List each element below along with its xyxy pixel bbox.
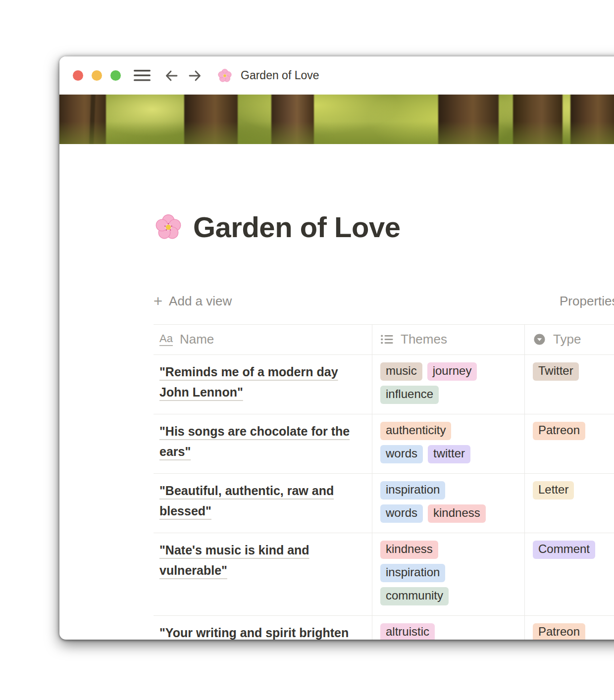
back-arrow-icon[interactable] — [164, 68, 179, 83]
type-tag[interactable]: Comment — [533, 541, 595, 559]
themes-cell[interactable]: altruisticloving nate — [372, 616, 525, 640]
theme-tag-line: inspiration — [380, 564, 520, 582]
name-cell[interactable]: "Nate's music is kind and vulnerable" — [154, 533, 372, 615]
forward-arrow-icon[interactable] — [187, 68, 202, 83]
themes-cell[interactable]: inspirationwordskindness — [372, 474, 525, 533]
table-row: "Beautiful, authentic, raw and blessed"i… — [154, 474, 614, 533]
name-cell[interactable]: "Reminds me of a modern day John Lennon" — [154, 355, 372, 414]
row-name-text: "Reminds me of a modern day John Lennon" — [159, 365, 338, 399]
page-title[interactable]: Garden of Love — [193, 211, 400, 243]
row-name-text: "Your writing and spirit brighten up my … — [159, 626, 349, 640]
column-header-name[interactable]: Aa Name — [154, 325, 372, 354]
theme-tag-line: musicjourney — [380, 362, 520, 381]
theme-tag[interactable]: altruistic — [380, 623, 435, 640]
menu-icon[interactable] — [134, 69, 151, 82]
column-header-themes[interactable]: Themes — [372, 325, 525, 354]
theme-tag[interactable]: words — [380, 445, 423, 463]
cover-image — [59, 95, 614, 144]
theme-tag-line: wordskindness — [380, 504, 520, 523]
theme-tag[interactable]: journey — [427, 362, 477, 381]
name-cell[interactable]: "His songs are chocolate for the ears" — [154, 414, 372, 473]
theme-tag[interactable]: music — [380, 362, 422, 381]
table-body: "Reminds me of a modern day John Lennon"… — [154, 355, 614, 640]
table-header-row: Aa Name Themes Type — [154, 324, 614, 355]
page-header: Garden of Love — [154, 192, 614, 262]
table-row: "Nate's music is kind and vulnerable"kin… — [154, 533, 614, 616]
type-cell[interactable]: Patreon — [525, 616, 614, 640]
type-cell[interactable]: Comment — [525, 533, 614, 615]
theme-tag[interactable]: kindness — [380, 541, 438, 559]
theme-tag-line: altruistic — [380, 623, 520, 640]
add-view-label: Add a view — [169, 294, 232, 309]
window-title: Garden of Love — [241, 69, 319, 82]
list-property-icon — [380, 333, 394, 346]
type-tag[interactable]: Patreon — [533, 422, 585, 440]
select-property-icon — [533, 333, 546, 346]
type-cell[interactable]: Twitter — [525, 355, 614, 414]
traffic-lights — [73, 70, 121, 81]
theme-tag-line: community — [380, 587, 520, 605]
type-tag[interactable]: Letter — [533, 481, 574, 500]
row-name-text: "Beautiful, authentic, raw and blessed" — [159, 484, 334, 518]
themes-cell[interactable]: musicjourneyinfluence — [372, 355, 525, 414]
name-cell[interactable]: "Beautiful, authentic, raw and blessed" — [154, 474, 372, 533]
theme-tag-line: authenticity — [380, 422, 520, 440]
zoom-button[interactable] — [110, 70, 121, 81]
row-name-text: "His songs are chocolate for the ears" — [159, 424, 350, 458]
minimize-button[interactable] — [92, 70, 102, 81]
text-property-icon: Aa — [159, 333, 173, 346]
cherry-blossom-icon — [217, 68, 233, 84]
themes-cell[interactable]: kindnessinspirationcommunity — [372, 533, 525, 615]
theme-tag[interactable]: twitter — [428, 445, 470, 463]
theme-tag[interactable]: inspiration — [380, 564, 445, 582]
type-tag[interactable]: Patreon — [533, 623, 585, 640]
theme-tag-line: inspiration — [380, 481, 520, 500]
theme-tag[interactable]: authenticity — [380, 422, 451, 440]
view-toolbar: + Add a view Properties — [154, 291, 614, 312]
plus-icon: + — [154, 295, 162, 308]
moss-ground — [59, 121, 614, 144]
column-label: Themes — [401, 332, 447, 347]
type-tag[interactable]: Twitter — [533, 362, 579, 381]
properties-button[interactable]: Properties — [560, 294, 614, 309]
table-row: "Your writing and spirit brighten up my … — [154, 616, 614, 640]
theme-tag-line: influence — [380, 386, 520, 404]
theme-tag[interactable]: words — [380, 504, 423, 523]
table-row: "Reminds me of a modern day John Lennon"… — [154, 355, 614, 414]
themes-cell[interactable]: authenticitywordstwitter — [372, 414, 525, 473]
theme-tag[interactable]: kindness — [428, 504, 486, 523]
close-button[interactable] — [73, 70, 83, 81]
page-emoji-cherry-blossom-icon[interactable] — [154, 212, 183, 242]
theme-tag-line: kindness — [380, 541, 520, 559]
row-name-text: "Nate's music is kind and vulnerable" — [159, 543, 309, 577]
titlebar: Garden of Love — [59, 56, 614, 95]
table-row: "His songs are chocolate for the ears"au… — [154, 414, 614, 474]
theme-tag[interactable]: influence — [380, 386, 439, 404]
database-table: Aa Name Themes Type "Reminds me of a mod… — [154, 324, 614, 640]
theme-tag[interactable]: community — [380, 587, 449, 605]
app-window: Garden of Love Garden of Lov — [59, 56, 614, 640]
add-view-button[interactable]: + Add a view — [154, 294, 232, 309]
theme-tag-line: wordstwitter — [380, 445, 520, 463]
theme-tag[interactable]: inspiration — [380, 481, 445, 500]
column-header-type[interactable]: Type — [525, 325, 614, 354]
column-label: Type — [553, 332, 581, 347]
type-cell[interactable]: Patreon — [525, 414, 614, 473]
name-cell[interactable]: "Your writing and spirit brighten up my … — [154, 616, 372, 640]
column-label: Name — [180, 332, 214, 347]
page-content: Garden of Love + Add a view Properties A… — [59, 192, 614, 640]
type-cell[interactable]: Letter — [525, 474, 614, 533]
